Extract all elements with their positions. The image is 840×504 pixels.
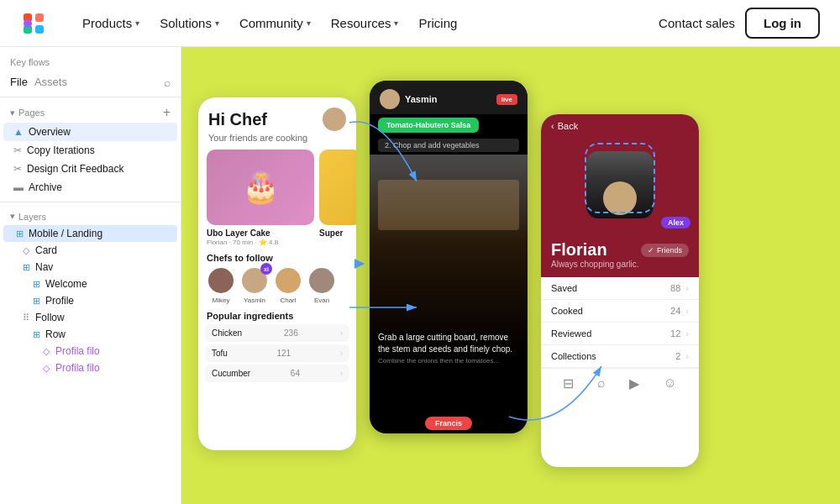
phone1-card-2-info: Super	[319, 228, 356, 238]
stat-saved-arrow: ›	[685, 283, 689, 293]
layer-row[interactable]: ⊞ Row	[0, 326, 181, 343]
phone2-mockup: Yasmin live Tomato-Habutero Salsa 2. Cho…	[370, 81, 528, 433]
sidebar-layers-header[interactable]: ▾ Layers	[0, 207, 181, 225]
stat-collections[interactable]: Collections 2 ›	[541, 345, 699, 368]
sidebar-pages-add-button[interactable]: +	[163, 106, 171, 119]
nav-item-products[interactable]: Products ▾	[74, 11, 148, 35]
nav-home-icon[interactable]: ⊟	[563, 375, 574, 391]
phone3-friends-button[interactable]: ✓ Friends	[641, 244, 689, 257]
phone1-wrapper[interactable]: Hi Chef Your friends are cooking 🎂 U	[198, 81, 356, 450]
overview-icon: ▲	[13, 126, 24, 138]
stat-cooked[interactable]: Cooked 24 ›	[541, 300, 699, 323]
phone1-cake-meta: Florian · 70 min · ⭐ 4.8	[207, 239, 314, 246]
layer-mobile-landing[interactable]: ⊞ Mobile / Landing	[3, 225, 177, 242]
component-icon: ◇	[20, 245, 32, 256]
layer-profile-label: Profile	[45, 295, 74, 307]
phone3-tagline: Always chopping garlic.	[551, 260, 639, 269]
nav-links: Products ▾ Solutions ▾ Community ▾ Resou…	[74, 11, 659, 35]
phone3-profile-info: Florian Always chopping garlic. ✓ Friend…	[541, 235, 699, 277]
nav-play-icon[interactable]: ▶	[629, 375, 639, 391]
ingredient-chicken-count: 236	[284, 328, 298, 338]
ingredient-tofu-name: Tofu	[212, 349, 228, 358]
phone2-username: Yasmin	[405, 94, 438, 104]
nav-item-solutions[interactable]: Solutions ▾	[151, 11, 228, 35]
layer-profila-1[interactable]: ◇ Profila filo	[0, 343, 181, 360]
layer-welcome[interactable]: ⊞ Welcome	[0, 276, 181, 292]
phone1-cake-name: Ubo Layer Cake	[207, 228, 314, 238]
chef-evan-avatar	[307, 266, 336, 295]
layer-profile[interactable]: ⊞ Profile	[0, 292, 181, 309]
nav-profile-icon[interactable]: ☺	[664, 375, 677, 391]
ingredient-cucumber-count: 64	[291, 369, 300, 378]
sidebar-tab-file[interactable]: File	[10, 74, 28, 90]
phone3-stats: Saved 88 › Cooked 24 › Reviewed 12 ›	[541, 277, 699, 368]
stat-saved-value: 88	[670, 283, 680, 293]
nav-search-icon[interactable]: ⌕	[597, 375, 606, 391]
search-icon[interactable]: ⌕	[164, 76, 171, 89]
phone1-header: Hi Chef Your friends are cooking	[198, 97, 356, 150]
phone1-mockup: Hi Chef Your friends are cooking 🎂 U	[198, 97, 356, 450]
stat-reviewed-arrow: ›	[685, 328, 689, 339]
nav-logo[interactable]	[20, 10, 47, 37]
nav-resources-chevron: ▾	[394, 18, 398, 28]
sidebar-top: Key flows File Assets ⌕	[0, 47, 181, 97]
cake-icon: 🎂	[242, 170, 280, 205]
phone1-user-avatar	[323, 108, 346, 131]
layer-profila-2-label: Profila filo	[55, 362, 100, 374]
stat-reviewed[interactable]: Reviewed 12 ›	[541, 323, 699, 345]
stat-saved[interactable]: Saved 88 ›	[541, 277, 699, 300]
component-icon-2: ◇	[40, 346, 52, 357]
sidebar-item-copy-iterations[interactable]: ✂ Copy Iterations	[3, 141, 177, 160]
chevron-down-icon: ▾	[10, 211, 15, 222]
sidebar-item-design-crit[interactable]: ✂ Design Crit Feedback	[3, 160, 177, 178]
stat-cooked-value: 24	[670, 306, 680, 316]
navbar: Products ▾ Solutions ▾ Community ▾ Resou…	[0, 0, 840, 47]
ingredient-cucumber-arrow: ›	[340, 369, 343, 378]
sidebar-pages-section: ▾ Pages + ▲ Overview ✂ Copy Iterations ✂…	[0, 97, 181, 202]
canvas-inner: Hi Chef Your friends are cooking 🎂 U	[198, 64, 840, 504]
phone1-recipe-cards: 🎂 Ubo Layer Cake Florian · 70 min · ⭐ 4.…	[198, 150, 356, 246]
phone2-header: Yasmin live	[370, 81, 528, 114]
sidebar-item-archive[interactable]: ▬ Archive	[3, 178, 177, 197]
nav-item-resources[interactable]: Resources ▾	[323, 11, 407, 35]
layer-nav[interactable]: ⊞ Nav	[0, 259, 181, 276]
layer-profila-2[interactable]: ◇ Profila filo	[0, 360, 181, 376]
chef-yasmin-wrap: xi	[240, 266, 269, 295]
sidebar-pages-title: ▾ Pages	[10, 108, 45, 118]
phone1-ingredients-list: Chicken 236 › Tofu 121 › Cucumber 64	[198, 324, 356, 382]
phone2-user-avatar	[380, 89, 400, 109]
chef-charl-name: Charl	[280, 297, 296, 304]
phone3-username: Florian	[551, 240, 639, 260]
sidebar-pages-header[interactable]: ▾ Pages +	[0, 102, 181, 123]
archive-icon: ▬	[13, 181, 24, 193]
chef-yasmin: xi Yasmin	[240, 266, 269, 304]
layer-nav-label: Nav	[35, 261, 53, 273]
sidebar-item-overview[interactable]: ▲ Overview	[3, 123, 177, 141]
nav-products-label: Products	[82, 16, 132, 30]
layer-follow[interactable]: ⠿ Follow	[0, 309, 181, 326]
nav-item-pricing[interactable]: Pricing	[410, 11, 465, 35]
frame-icon: ⊞	[13, 228, 25, 239]
svg-rect-3	[35, 25, 44, 34]
phone3-wrapper[interactable]: ‹ Back Alex	[534, 89, 699, 467]
nav-item-community[interactable]: Community ▾	[231, 11, 319, 35]
layer-card[interactable]: ◇ Card	[0, 242, 181, 259]
content-area: Key flows File Assets ⌕ ▾ Pages + ▲ Over…	[0, 47, 840, 504]
phone3-hero: Alex	[541, 134, 699, 235]
component-icon-3: ◇	[40, 363, 52, 374]
nav-right: Contact sales Log in	[659, 8, 820, 39]
layer-mobile-landing-label: Mobile / Landing	[29, 228, 102, 239]
chef-mikey-avatar	[207, 266, 235, 295]
main-canvas[interactable]: Hi Chef Your friends are cooking 🎂 U	[181, 47, 840, 504]
phone1-card-2-image	[319, 150, 356, 225]
stat-cooked-arrow: ›	[685, 306, 689, 316]
sidebar-tabs: File Assets ⌕	[10, 74, 171, 90]
phone2-wrapper[interactable]: Yasmin live Tomato-Habutero Salsa 2. Cho…	[363, 72, 528, 433]
chef-charl-avatar	[274, 266, 302, 295]
nav-login-button[interactable]: Log in	[745, 8, 820, 39]
sidebar-tab-assets[interactable]: Assets	[34, 74, 67, 90]
sidebar-tab-group: File Assets	[10, 74, 67, 90]
nav-contact-sales[interactable]: Contact sales	[659, 16, 735, 30]
phone1-card-1: 🎂 Ubo Layer Cake Florian · 70 min · ⭐ 4.…	[207, 150, 314, 246]
dots-icon: ⠿	[20, 312, 32, 323]
